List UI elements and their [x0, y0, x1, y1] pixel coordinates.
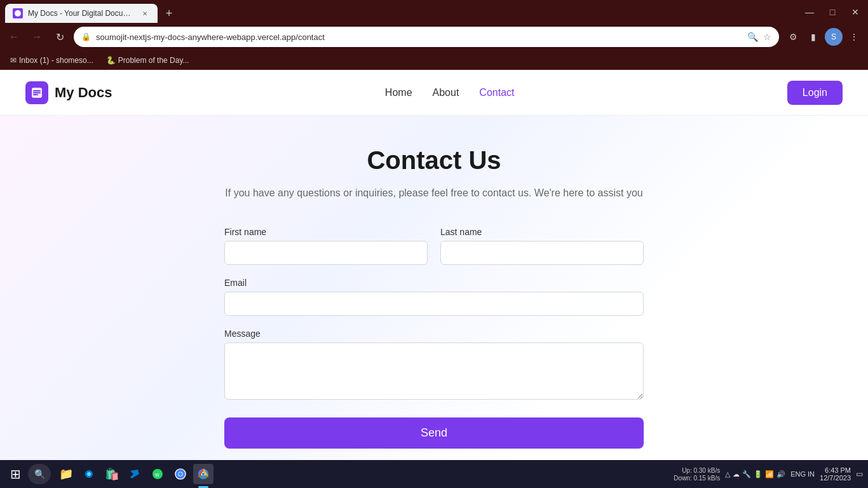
last-name-group: Last name	[440, 227, 644, 265]
nav-home[interactable]: Home	[385, 87, 412, 98]
bookmark-gmail-label: Inbox (1) - shomeso...	[19, 56, 93, 65]
address-actions: 🔍 ☆	[747, 32, 771, 42]
address-bar[interactable]: 🔒 soumojit-nextjs-my-docs-anywhere-webap…	[74, 27, 779, 47]
login-button[interactable]: Login	[787, 81, 843, 105]
search-icon[interactable]: 🔍	[747, 32, 758, 42]
tab-close-btn[interactable]: ✕	[140, 8, 150, 18]
email-input[interactable]	[224, 292, 644, 316]
extensions-button[interactable]: ⚙	[784, 28, 802, 46]
last-name-label: Last name	[440, 227, 644, 237]
address-bar-row: ← → ↻ 🔒 soumojit-nextjs-my-docs-anywhere…	[0, 23, 868, 51]
tray-icon-4: 🔋	[754, 470, 763, 478]
clock-date: 12/7/2023	[820, 474, 851, 482]
message-label: Message	[224, 329, 644, 339]
tray-icon-2: ☁	[733, 470, 740, 478]
name-row: First name Last name	[224, 227, 644, 265]
url-text: soumojit-nextjs-my-docs-anywhere-webapp.…	[96, 32, 742, 42]
bookmark-gmail[interactable]: ✉ Inbox (1) - shomeso...	[5, 55, 98, 66]
taskbar-tray: △ ☁ 🔧 🔋 📶 🔊	[725, 470, 785, 478]
last-name-input[interactable]	[440, 241, 644, 265]
email-group: Email	[224, 278, 644, 316]
browser-actions: ⚙ ▮ S ⋮	[784, 28, 863, 46]
tray-icon-1: △	[725, 470, 730, 478]
back-button[interactable]: ←	[5, 28, 23, 46]
forward-button[interactable]: →	[28, 28, 46, 46]
navbar: My Docs Home About Contact Login	[0, 70, 868, 116]
taskbar-edge[interactable]	[79, 464, 99, 484]
clock-time: 6:43 PM	[820, 466, 851, 474]
contact-title: Contact Us	[224, 146, 644, 175]
logo-text: My Docs	[55, 85, 112, 101]
menu-button[interactable]: ⋮	[845, 28, 863, 46]
tab-bar: My Docs - Your Digital Docume... ✕ + — □…	[0, 0, 868, 23]
taskbar-whatsapp[interactable]: w	[147, 464, 168, 484]
svg-point-8	[202, 473, 205, 476]
minimize-button[interactable]: —	[802, 4, 817, 20]
potd-icon: 🐍	[106, 56, 116, 65]
profile-button[interactable]: S	[825, 28, 843, 46]
logo-icon	[25, 81, 48, 104]
taskbar: ⊞ 🔍 📁 🛍️ w Up: 0.30 kB	[0, 460, 868, 488]
bookmark-potd-label: Problem of the Day...	[118, 56, 189, 65]
taskbar-chrome[interactable]	[193, 464, 214, 484]
network-up: Up: 0.30 kB/s	[682, 467, 720, 474]
contact-form: First name Last name Email Message	[224, 227, 644, 449]
tray-icon-3: 🔧	[742, 470, 751, 478]
gmail-icon: ✉	[10, 56, 17, 65]
svg-point-6	[179, 472, 182, 475]
svg-text:w: w	[154, 471, 159, 478]
language-label: ENG IN	[790, 470, 815, 478]
first-name-label: First name	[224, 227, 428, 237]
tab-title: My Docs - Your Digital Docume...	[28, 9, 135, 18]
taskbar-file-explorer[interactable]: 📁	[56, 464, 76, 484]
main-content: Contact Us If you have any questions or …	[0, 116, 868, 460]
message-group: Message	[224, 329, 644, 400]
network-down: Down: 0.15 kB/s	[674, 475, 720, 482]
taskbar-vscode[interactable]	[125, 464, 145, 484]
tab-favicon	[13, 8, 23, 18]
taskbar-store[interactable]: 🛍️	[102, 464, 122, 484]
close-window-button[interactable]: ✕	[848, 4, 863, 20]
contact-container: Contact Us If you have any questions or …	[212, 116, 656, 460]
active-tab[interactable]: My Docs - Your Digital Docume... ✕	[5, 4, 158, 23]
tray-icon-6: 🔊	[776, 470, 785, 478]
send-button[interactable]: Send	[224, 417, 644, 449]
new-tab-button[interactable]: +	[160, 4, 178, 22]
tray-icon-5: 📶	[765, 470, 774, 478]
first-name-group: First name	[224, 227, 428, 265]
maximize-button[interactable]: □	[825, 4, 840, 20]
bookmarks-bar: ✉ Inbox (1) - shomeso... 🐍 Problem of th…	[0, 51, 868, 70]
start-button[interactable]: ⊞	[5, 464, 25, 484]
taskbar-right: Up: 0.30 kB/s Down: 0.15 kB/s △ ☁ 🔧 🔋 📶 …	[674, 466, 863, 482]
svg-point-0	[15, 10, 21, 17]
taskbar-apps: 📁 🛍️ w	[56, 464, 214, 484]
taskbar-search[interactable]: 🔍	[28, 464, 51, 484]
page-content: My Docs Home About Contact Login Contact…	[0, 70, 868, 460]
contact-subtitle: If you have any questions or inquiries, …	[224, 185, 644, 201]
browser-chrome: My Docs - Your Digital Docume... ✕ + — □…	[0, 0, 868, 70]
nav-links: Home About Contact	[385, 87, 515, 98]
nav-about[interactable]: About	[433, 87, 459, 98]
taskbar-chrome-extension[interactable]	[170, 464, 191, 484]
reload-button[interactable]: ↻	[51, 28, 69, 46]
sidebar-button[interactable]: ▮	[804, 28, 822, 46]
email-label: Email	[224, 278, 644, 288]
first-name-input[interactable]	[224, 241, 428, 265]
show-desktop-icon[interactable]: ▭	[856, 470, 863, 478]
network-stats: Up: 0.30 kB/s Down: 0.15 kB/s	[674, 467, 720, 482]
message-textarea[interactable]	[224, 342, 644, 400]
logo-area[interactable]: My Docs	[25, 81, 112, 104]
taskbar-clock: 6:43 PM 12/7/2023	[820, 466, 851, 482]
nav-contact[interactable]: Contact	[479, 87, 514, 98]
window-controls: — □ ✕	[802, 4, 863, 22]
lock-icon: 🔒	[81, 32, 91, 41]
star-icon[interactable]: ☆	[763, 32, 771, 42]
bookmark-potd[interactable]: 🐍 Problem of the Day...	[101, 55, 194, 66]
